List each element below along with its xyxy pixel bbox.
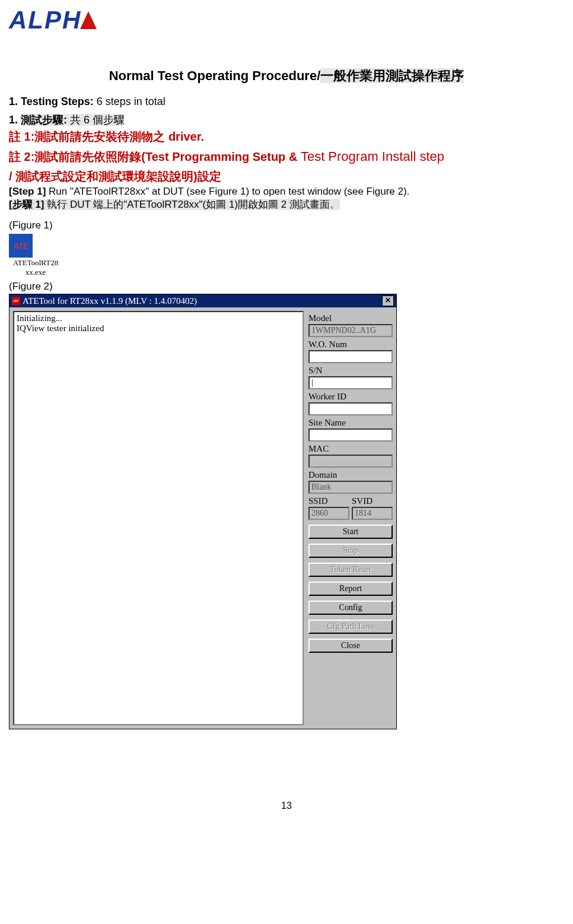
model-label: Model [308, 313, 393, 323]
ate-exe-label: ATEToolRT28 xx.exe [9, 258, 62, 277]
close-button[interactable]: Close [308, 639, 393, 653]
section-1-heading-en: 1. Testing Steps: 6 steps in total [9, 96, 564, 108]
wonum-label: W.O. Num [308, 339, 393, 350]
brand-logo: ALPH [9, 6, 564, 34]
start-button[interactable]: Start [308, 525, 393, 539]
config-button[interactable]: Config [308, 601, 393, 615]
sn-input[interactable] [308, 376, 393, 389]
figure-1-caption: (Figure 1) [9, 220, 564, 231]
ate-tool-window: ate ATETool for RT28xx v1.1.9 (MLV : 1.4… [9, 294, 397, 729]
domain-input [308, 481, 393, 494]
step-1-cn: [步驟 1] 執行 DUT 端上的"ATEToolRT28xx"(如圖 1)開啟… [9, 198, 564, 211]
wonum-input[interactable] [308, 350, 393, 363]
page-title: Normal Test Operating Procedure/一般作業用測試操… [9, 67, 564, 85]
window-title: ATETool for RT28xx v1.1.9 (MLV : 1.4.070… [23, 296, 197, 306]
form-sidebar: Model W.O. Num S/N Worker ID Site Name M… [308, 311, 393, 725]
cfg-path-loss-button: Cfg Path Loss [308, 620, 393, 634]
svid-input [352, 507, 393, 520]
svid-label: SVID [352, 496, 393, 506]
sn-label: S/N [308, 366, 393, 376]
console-output: Initializing... IQView tester initialize… [13, 311, 304, 725]
token-reset-button: Token Reset [308, 563, 393, 577]
workerid-input[interactable] [308, 402, 393, 415]
window-titlebar: ate ATETool for RT28xx v1.1.9 (MLV : 1.4… [9, 294, 396, 307]
note-1: 註 1:測試前請先安裝待測物之 driver. [9, 127, 564, 146]
step-1-en: [Step 1] Run "ATEToolRT28xx" at DUT (see… [9, 186, 564, 198]
window-app-icon: ate [12, 297, 20, 305]
report-button[interactable]: Report [308, 582, 393, 596]
window-close-button[interactable]: ✕ [382, 296, 394, 306]
note-2: 註 2:測試前請先依照附錄(Test Programming Setup & T… [9, 146, 564, 186]
section-1-heading-cn: 1. 測試步驟: 共 6 個步驟 [9, 113, 564, 127]
ssid-label: SSID [308, 496, 349, 506]
model-input [308, 324, 393, 337]
logo-triangle-icon [80, 11, 97, 29]
page-number: 13 [9, 801, 564, 811]
stop-button: Stop [308, 544, 393, 558]
figure-2-caption: (Figure 2) [9, 281, 564, 293]
ssid-input [308, 507, 349, 520]
sitename-label: Site Name [308, 418, 393, 428]
workerid-label: Worker ID [308, 392, 393, 402]
mac-input [308, 455, 393, 468]
domain-label: Domain [308, 470, 393, 480]
sitename-input[interactable] [308, 428, 393, 442]
mac-label: MAC [308, 444, 393, 454]
ate-exe-icon[interactable]: ATE [9, 234, 33, 258]
